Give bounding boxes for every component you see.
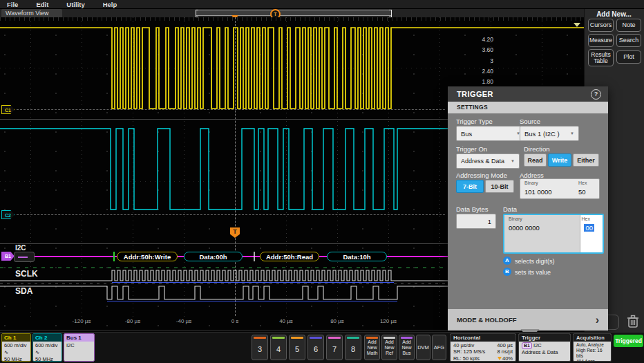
panel-title: TRIGGER	[448, 86, 608, 102]
ch5-button[interactable]: 5	[289, 335, 305, 360]
data-binary-label: Binary	[509, 216, 522, 221]
ch1-bandwidth: 50 MHz	[4, 356, 28, 362]
coupling-icon: ∿	[35, 349, 59, 356]
knob-a-icon: A	[503, 257, 511, 265]
scale-value: 3.60	[473, 46, 493, 53]
chevron-down-icon: ▼	[511, 159, 515, 163]
trigger-settings-panel: TRIGGER ? SETTINGS Trigger Type Bus▼ Sou…	[448, 86, 608, 331]
note-button[interactable]: Note	[616, 19, 641, 32]
scale-value: 1.80	[473, 78, 493, 85]
mode-holdoff-section[interactable]: MODE & HOLDOFF ›	[448, 309, 608, 331]
trash-icon[interactable]	[624, 313, 642, 331]
ch1-badge[interactable]: Ch 1 600 m/div ∿ 50 MHz	[1, 333, 31, 362]
trigger-on-label: Trigger On	[456, 145, 487, 153]
direction-either-button[interactable]: Either	[573, 153, 599, 167]
measure-button[interactable]: Measure	[588, 34, 614, 47]
time-label: -120 µs	[66, 318, 97, 324]
ch1-badge-name: Ch 1	[2, 334, 30, 342]
data-bytes-input[interactable]: 1	[456, 214, 496, 229]
bus-collapse-box[interactable]	[14, 252, 35, 262]
scale-value: 4.20	[473, 36, 493, 43]
afg-button[interactable]: AFG	[432, 335, 446, 360]
time-label: 80 µs	[321, 318, 353, 324]
horizontal-title: Horizontal	[451, 334, 515, 342]
address-hex-label: Hex	[578, 180, 587, 185]
ch2-scale: 600 m/div	[35, 342, 59, 349]
triggered-status-button[interactable]: Triggered	[614, 335, 643, 347]
address-binary-value: 101 0000	[524, 188, 552, 196]
ch1-scale: 600 m/div	[4, 342, 28, 349]
trigger-position-icon	[498, 357, 502, 360]
direction-read-button[interactable]: Read	[524, 153, 547, 167]
knob-b-hint: sets its value	[515, 269, 551, 276]
source-dropdown[interactable]: Bus 1 (I2C )▼	[520, 126, 579, 141]
decode-bubble-addr-read: Addr:50h:Read	[260, 252, 319, 261]
source-label: Source	[520, 118, 540, 125]
results-table-button[interactable]: Results Table	[588, 49, 614, 66]
add-new-ref-button[interactable]: AddNewRef	[381, 335, 397, 360]
ch1-offscreen-arrow-icon	[574, 23, 580, 27]
trigger-info-panel[interactable]: Trigger B1 I2C Address & Data	[518, 333, 571, 362]
data-hex-label: Hex	[582, 216, 590, 221]
bus-label: I2C	[15, 244, 26, 252]
time-label: -40 µs	[168, 318, 200, 324]
horizontal-panel[interactable]: Horizontal 40 µs/div400 µs SR: 125 MS/s8…	[450, 333, 516, 362]
trigger-type-label: Trigger Type	[456, 118, 493, 125]
direction-label: Direction	[524, 145, 550, 153]
time-label: 120 µs	[372, 318, 404, 324]
data-label: Data	[503, 205, 517, 213]
trigger-info-title: Trigger	[519, 334, 570, 342]
address-hex-value: 50	[578, 188, 586, 196]
ch7-button[interactable]: 7	[326, 335, 343, 360]
tab-settings[interactable]: SETTINGS	[448, 102, 608, 113]
b1-badge: B1	[522, 342, 532, 349]
cursors-button[interactable]: Cursors	[588, 19, 614, 32]
data-bytes-value: 1	[488, 218, 491, 225]
bus1-badge[interactable]: Bus 1 I2C	[64, 333, 95, 362]
data-value-box[interactable]: Binary 0000 0000 Hex 00	[503, 214, 604, 254]
oscilloscope-screen: File Edit Utility Help Waveform View T	[0, 0, 644, 363]
address-binary-label: Binary	[524, 180, 538, 185]
trigger-type-value: Bus	[461, 130, 472, 138]
ch6-button[interactable]: 6	[307, 335, 324, 360]
ch2-badge[interactable]: Ch 2 600 m/div ∿ 50 MHz	[32, 333, 62, 362]
decode-bubble-data-00: Data:00h	[184, 252, 243, 261]
add-new-bus-button[interactable]: AddNewBus	[399, 335, 415, 360]
bus1-type: I2C	[66, 342, 92, 349]
ch2-badge-name: Ch 2	[33, 334, 61, 342]
knob-b-icon: B	[503, 268, 511, 276]
decode-bubble-data-10: Data:10h	[327, 252, 387, 261]
scale-value: 2.40	[473, 68, 493, 75]
ch2-bandwidth: 50 MHz	[35, 356, 59, 362]
chevron-right-icon: ›	[596, 309, 599, 331]
addressing-10bit-button[interactable]: 10-Bit	[485, 180, 514, 193]
acquisition-panel[interactable]: Acquisition Auto, Analyze High Res: 16 b…	[573, 333, 612, 362]
trigger-type-dropdown[interactable]: Bus▼	[456, 126, 525, 141]
plot-button[interactable]: Plot	[616, 50, 641, 64]
sclk-label: SCLK	[15, 269, 38, 279]
trigger-on-dropdown[interactable]: Address & Data▼	[456, 153, 520, 169]
ch8-button[interactable]: 8	[345, 335, 361, 360]
ch4-button[interactable]: 4	[270, 335, 287, 360]
time-label: 40 µs	[270, 318, 302, 324]
sda-label: SDA	[15, 286, 32, 296]
ch3-button[interactable]: 3	[252, 335, 268, 360]
search-button[interactable]: Search	[616, 34, 641, 47]
add-new-title: Add New...	[584, 10, 644, 18]
scale-value: 3	[473, 57, 493, 64]
bus1-badge-name: Bus 1	[64, 334, 94, 342]
add-new-math-button[interactable]: AddNewMath	[364, 335, 380, 360]
data-binary-value: 0000 0000	[509, 224, 540, 232]
data-bytes-label: Data Bytes	[456, 205, 488, 213]
dvm-button[interactable]: DVM	[416, 335, 430, 360]
coupling-icon: ∿	[4, 349, 28, 356]
time-label: 0 s	[219, 318, 251, 324]
addressing-7bit-button[interactable]: 7-Bit	[456, 180, 484, 193]
direction-write-button[interactable]: Write	[548, 153, 571, 167]
address-value-box[interactable]: Binary 101 0000 Hex 50	[520, 178, 600, 199]
trigger-on-value: Address & Data	[461, 158, 504, 165]
decode-bubble-addr-write: Addr:50h:Write	[117, 252, 178, 261]
acquisition-title: Acquisition	[574, 334, 611, 342]
addressing-mode-label: Addressing Mode	[456, 171, 507, 179]
help-icon[interactable]: ?	[591, 89, 601, 100]
